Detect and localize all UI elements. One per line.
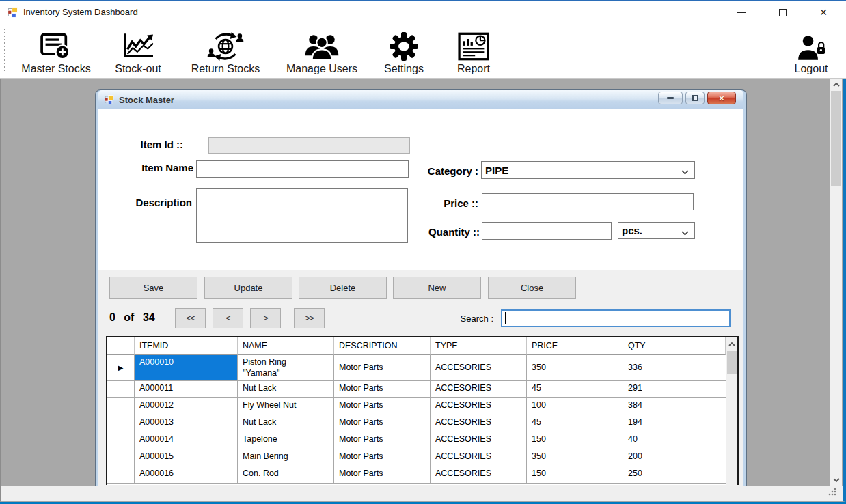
cell-description[interactable]: Motor Parts [334,466,431,484]
column-header[interactable]: QTY [623,337,726,355]
cell-itemid[interactable]: A000016 [135,466,238,484]
cell-qty[interactable]: 384 [623,398,726,415]
new-button[interactable]: New [393,277,481,299]
table-row[interactable]: A000011 Nut Lack Motor Parts ACCESORIES … [107,381,726,398]
cell-itemid[interactable]: A000014 [135,432,238,449]
scroll-up-icon[interactable] [830,79,842,90]
cell-name[interactable]: Con. Rod [238,466,334,484]
cell-qty[interactable]: 194 [623,415,726,432]
cell-price[interactable]: 150 [527,466,623,484]
cell-price[interactable]: 350 [527,355,623,381]
close-button[interactable]: ✕ [808,1,839,23]
cell-description[interactable]: Motor Parts [334,398,431,415]
toolbar-item-report[interactable]: Report [451,26,496,75]
column-header[interactable]: NAME [238,337,334,355]
unit-dropdown[interactable]: pcs. [618,222,695,239]
cell-itemid[interactable]: A000011 [135,381,238,398]
row-selector-cell[interactable] [107,449,135,466]
cell-type[interactable]: ACCESORIES [431,415,527,432]
cell-type[interactable]: ACCESORIES [431,466,527,484]
cell-name[interactable]: Nut Lack [238,415,334,432]
scrollbar-thumb[interactable] [831,91,841,186]
last-record-button[interactable]: >> [294,308,325,328]
close-button[interactable]: Close [488,277,576,299]
mdi-scrollbar[interactable] [830,79,842,486]
row-selector-cell[interactable] [107,415,135,432]
previous-record-button[interactable]: < [213,308,243,328]
minimize-button[interactable] [726,1,757,23]
cell-price[interactable]: 100 [527,398,623,415]
row-selector-cell[interactable] [107,398,135,415]
cell-price[interactable]: 150 [527,432,623,449]
cell-name[interactable]: Tapelone [238,432,334,449]
row-selector-cell[interactable]: ▶ [107,355,135,381]
category-dropdown[interactable]: PIPE [481,161,695,179]
column-header[interactable]: TYPE [431,337,527,355]
row-selector-cell[interactable] [107,432,135,449]
maximize-button[interactable] [767,1,798,23]
cell-itemid[interactable]: A000015 [135,449,238,466]
cell-qty[interactable]: 291 [623,381,726,398]
cell-type[interactable]: ACCESORIES [431,355,527,381]
update-button[interactable]: Update [204,277,292,299]
resize-grip-icon[interactable] [828,487,837,499]
cell-price[interactable]: 45 [527,381,623,398]
cell-name[interactable]: Nut Lack [238,381,334,398]
table-row[interactable]: A000016 Con. Rod Motor Parts ACCESORIES … [107,466,726,484]
toolbar-item-return-stocks[interactable]: Return Stocks [185,26,267,75]
table-row[interactable]: A000012 Fly Wheel Nut Motor Parts ACCESO… [107,398,726,415]
search-input[interactable] [501,309,731,327]
cell-name[interactable]: Main Bering [238,449,334,466]
scroll-down-icon[interactable] [830,474,842,486]
cell-type[interactable]: ACCESORIES [431,398,527,415]
toolbar-item-stock-out[interactable]: Stock-out [109,26,167,75]
toolbar-item-manage-users[interactable]: Manage Users [282,26,362,75]
stock-master-titlebar[interactable]: Stock Master ✕ [98,90,743,109]
table-row[interactable]: A000015 Main Bering Motor Parts ACCESORI… [107,449,726,466]
cell-type[interactable]: ACCESORIES [431,432,527,449]
column-header[interactable]: PRICE [527,337,623,355]
cell-description[interactable]: Motor Parts [334,432,431,449]
cell-qty[interactable]: 336 [623,355,726,381]
column-header[interactable]: DESCRIPTION [334,337,431,355]
cell-qty[interactable]: 40 [623,432,726,449]
item-id-field[interactable] [208,137,410,154]
cell-name[interactable]: Piston Ring "Yamana" [238,355,334,381]
cell-type[interactable]: ACCESORIES [431,449,527,466]
column-header[interactable]: ITEMID [135,337,238,355]
child-minimize-button[interactable] [658,92,683,104]
table-row[interactable]: A000014 Tapelone Motor Parts ACCESORIES … [107,432,726,449]
price-field[interactable] [482,193,694,210]
toolbar-item-logout[interactable]: Logout [789,26,834,75]
save-button[interactable]: Save [109,277,197,299]
toolbar-grip[interactable] [4,29,5,72]
cell-type[interactable]: ACCESORIES [431,381,527,398]
child-close-button[interactable]: ✕ [707,92,736,104]
cell-qty[interactable]: 200 [623,449,726,466]
table-row[interactable]: ▶ A000010 Piston Ring "Yamana" Motor Par… [107,355,726,381]
child-maximize-button[interactable] [685,92,705,104]
scroll-up-icon[interactable] [726,338,737,350]
next-record-button[interactable]: > [250,308,281,328]
quantity-field[interactable] [482,222,612,240]
cell-description[interactable]: Motor Parts [334,415,431,432]
table-row[interactable]: A000013 Nut Lack Motor Parts ACCESORIES … [107,415,726,432]
cell-price[interactable]: 350 [527,449,623,466]
cell-description[interactable]: Motor Parts [334,355,431,381]
cell-itemid[interactable]: A000010 [135,355,238,381]
row-selector-cell[interactable] [107,466,135,484]
toolbar-item-master-stocks[interactable]: Master Stocks [11,26,101,75]
toolbar-item-settings[interactable]: Settings [380,26,428,75]
row-selector-cell[interactable] [107,381,135,398]
cell-itemid[interactable]: A000013 [135,415,238,432]
table-scrollbar[interactable] [726,337,737,485]
cell-qty[interactable]: 250 [623,466,726,484]
scrollbar-thumb[interactable] [727,351,737,374]
cell-itemid[interactable]: A000012 [135,398,238,415]
cell-description[interactable]: Motor Parts [334,449,431,466]
cell-price[interactable]: 45 [527,415,623,432]
first-record-button[interactable]: << [175,308,206,328]
delete-button[interactable]: Delete [299,277,387,299]
cell-name[interactable]: Fly Wheel Nut [238,398,334,415]
cell-description[interactable]: Motor Parts [334,381,431,398]
